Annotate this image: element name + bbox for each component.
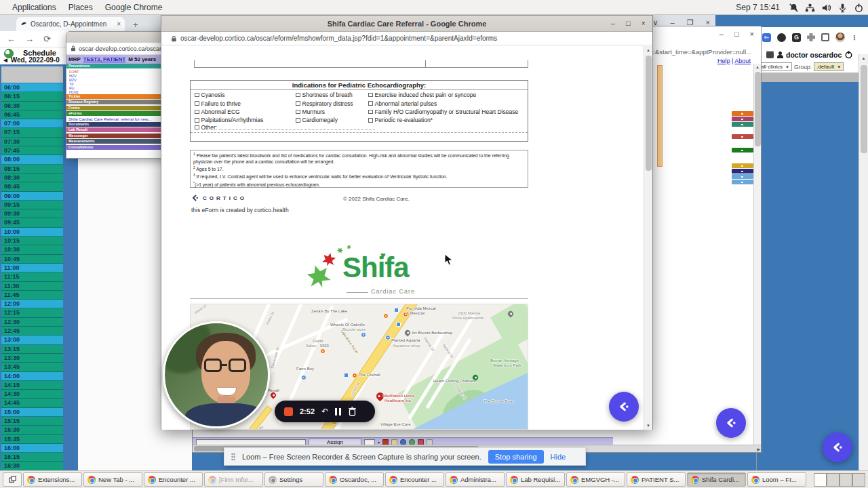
time-slot[interactable]: 15:45 — [1, 435, 63, 444]
taskbar-window-button[interactable]: Settings — [264, 472, 323, 487]
taskbar-window-button[interactable]: Lab Requisi... — [506, 472, 565, 487]
echart-band-edge[interactable] — [732, 122, 753, 127]
checkbox[interactable] — [296, 118, 300, 123]
time-slot[interactable]: 07:30 — [1, 138, 63, 146]
map-pin-icon[interactable] — [352, 373, 357, 378]
other-input[interactable] — [219, 125, 375, 130]
map-pin-icon[interactable] — [396, 322, 401, 327]
time-slot[interactable]: 10:30 — [1, 245, 63, 254]
time-slot[interactable]: 14:15 — [1, 381, 63, 390]
echart-band-edge[interactable] — [732, 111, 753, 116]
checkbox[interactable] — [195, 118, 199, 123]
time-slot[interactable]: 13:45 — [1, 363, 63, 371]
window-list-button[interactable] — [3, 472, 22, 487]
taskbar-window-button[interactable]: EMGVGH -... — [566, 472, 625, 487]
power-icon[interactable] — [854, 3, 864, 13]
webcam-overlay[interactable] — [163, 321, 270, 428]
clock[interactable]: Sep 7 15:41 — [736, 3, 780, 12]
menubar-item[interactable]: Applications — [12, 3, 56, 12]
avatar[interactable] — [835, 33, 845, 42]
time-slot[interactable]: 10:00 — [1, 228, 63, 237]
workspace-2[interactable] — [827, 473, 840, 487]
taskbar-window-button[interactable]: Shifa Cardi... — [687, 472, 746, 487]
map-pin-icon[interactable] — [320, 348, 326, 354]
indication-checkbox[interactable]: Palpitations/Arrhythmias — [195, 116, 263, 124]
about-link[interactable]: About — [734, 58, 751, 64]
checkbox[interactable] — [368, 93, 373, 98]
new-tab-button[interactable]: + — [133, 20, 138, 30]
taskbar-window-button[interactable]: PATIENT S... — [627, 472, 686, 487]
checkbox[interactable] — [296, 110, 300, 115]
time-slot[interactable]: 07:15 — [1, 128, 63, 137]
tab-close-icon[interactable]: × — [117, 20, 121, 28]
time-slot[interactable]: 10:45 — [1, 255, 63, 264]
taskbar-window-button[interactable]: [Firm Infor... — [204, 472, 263, 487]
scrollbar[interactable]: ▲ — [859, 54, 868, 470]
delete-icon[interactable] — [348, 407, 357, 416]
time-slot[interactable]: 08:45 — [1, 182, 63, 191]
time-slot[interactable]: 14:00 — [1, 372, 63, 381]
time-slot[interactable]: 12:00 — [1, 300, 63, 308]
maximize-icon[interactable]: □ — [626, 19, 631, 27]
map-pin-icon[interactable] — [385, 335, 391, 340]
clinic-select[interactable]: all clinics▼ — [758, 62, 792, 71]
time-slot[interactable]: 15:15 — [1, 417, 63, 426]
time-slot[interactable]: 06:00 — [1, 83, 63, 92]
taskbar-window-button[interactable]: Loom – Fr... — [747, 472, 806, 487]
forward-icon[interactable]: → — [25, 34, 34, 44]
time-slot[interactable]: 16:15 — [1, 453, 63, 462]
map-pin-icon[interactable] — [344, 373, 349, 378]
restart-icon[interactable]: ↶ — [321, 407, 328, 415]
taskbar-window-button[interactable]: Encounter ... — [144, 472, 203, 487]
taskbar-window-button[interactable]: New Tab - ... — [83, 472, 142, 487]
scroll-right-icon[interactable]: ▶ — [757, 447, 760, 451]
stop-sharing-button[interactable]: Stop sharing — [488, 450, 544, 464]
indication-checkbox[interactable]: Periodic re-evaluation* — [368, 116, 518, 124]
minimize-icon[interactable]: – — [611, 19, 615, 27]
schedule-date[interactable]: ◄ Wed, 2022-09-0 — [2, 56, 60, 64]
checkbox[interactable] — [368, 110, 373, 115]
menubar-item[interactable]: Google Chrome — [105, 3, 163, 12]
checkbox[interactable] — [368, 101, 373, 106]
scrollbar-thumb[interactable] — [646, 56, 652, 171]
microphone-icon[interactable] — [837, 3, 848, 13]
menu-dots-icon[interactable]: ⋮ — [851, 34, 858, 41]
time-slot[interactable]: 13:15 — [1, 345, 63, 354]
close-icon[interactable]: × — [642, 19, 646, 27]
time-slot[interactable]: 15:00 — [1, 408, 63, 417]
checkbox[interactable] — [195, 110, 199, 115]
logout-power-icon[interactable] — [844, 50, 853, 59]
time-slot[interactable]: 12:15 — [1, 308, 63, 317]
cortico-bubble-button[interactable] — [716, 408, 746, 438]
echart-band-edge[interactable] — [732, 169, 753, 174]
cortico-bubble-button[interactable] — [823, 432, 852, 462]
taskbar-window-button[interactable]: Encounter ... — [385, 472, 444, 487]
time-slot[interactable]: 16:00 — [1, 444, 63, 453]
time-slot[interactable]: 07:45 — [1, 146, 63, 155]
back-icon[interactable]: ← — [7, 34, 16, 44]
indication-checkbox[interactable]: Murmurs — [296, 108, 353, 116]
time-slot[interactable]: 10:15 — [1, 237, 63, 245]
volume-icon[interactable] — [821, 3, 831, 13]
stop-recording-button[interactable] — [284, 407, 293, 416]
indication-checkbox[interactable]: Failure to thrive — [195, 99, 263, 107]
checkbox[interactable] — [368, 118, 373, 123]
echart-band-edge[interactable] — [732, 180, 753, 184]
time-slot[interactable]: 09:15 — [1, 201, 63, 209]
time-slot[interactable]: 09:00 — [1, 192, 63, 201]
checkbox[interactable] — [195, 93, 199, 98]
map-pin-icon[interactable] — [403, 329, 411, 336]
indication-checkbox[interactable]: Cyanosis — [195, 91, 263, 99]
map-pin-icon[interactable] — [361, 332, 366, 338]
workspace-1[interactable] — [814, 473, 827, 487]
scrollbar-thumb[interactable] — [861, 65, 867, 153]
tab-oscardoc[interactable]: Oscardoc, D-Appointmen × — [16, 17, 125, 31]
incognito-icon[interactable] — [777, 33, 786, 42]
time-slot[interactable]: 09:45 — [1, 218, 63, 227]
map-pin-icon[interactable] — [269, 391, 277, 399]
other-checkbox[interactable] — [195, 125, 199, 130]
patient-name-link[interactable]: TEST2, PATIENT — [83, 56, 125, 62]
time-slot[interactable]: 12:30 — [1, 318, 63, 327]
map-pin-icon[interactable] — [301, 375, 307, 380]
time-slot[interactable]: 14:30 — [1, 390, 63, 399]
